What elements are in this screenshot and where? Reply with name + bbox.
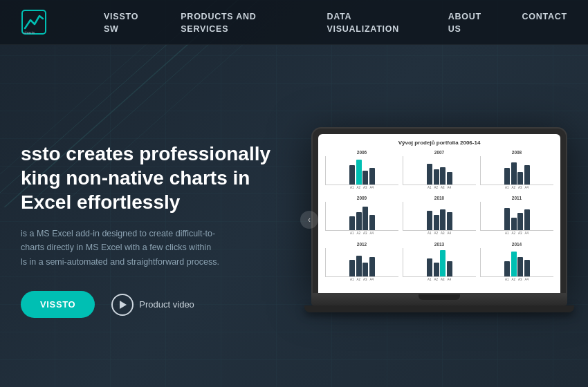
nav-item-products[interactable]: PRODUCTS AND SERVICES bbox=[181, 10, 299, 35]
bar bbox=[447, 261, 452, 276]
chart-cell-2012: 2012 A1 A2 A3 bbox=[325, 242, 398, 284]
chart-bars-2013 bbox=[403, 248, 476, 277]
play-triangle bbox=[120, 301, 127, 309]
product-video-button[interactable]: Product video bbox=[111, 294, 194, 316]
bar bbox=[524, 165, 530, 185]
bar bbox=[427, 164, 432, 185]
bar bbox=[504, 261, 510, 276]
chart-cell-2013: 2013 A1 A2 A3 bbox=[403, 242, 476, 284]
headline-line2: king non-native charts in bbox=[21, 167, 250, 189]
laptop-foot bbox=[304, 305, 574, 312]
play-icon bbox=[111, 294, 134, 316]
chart-bars-2008 bbox=[480, 156, 553, 185]
laptop-screen-outer: Vývoj prodejů portfolia 2006-14 2006 bbox=[311, 127, 567, 294]
logo-icon: charts bbox=[21, 9, 47, 35]
chart-bars-2011 bbox=[480, 202, 553, 231]
chart-cell-2007: 2007 A1 A2 A3 bbox=[403, 150, 476, 192]
bar bbox=[362, 263, 368, 276]
chart-bars-2007 bbox=[403, 156, 476, 185]
bar bbox=[427, 258, 432, 276]
svg-text:charts: charts bbox=[24, 30, 35, 35]
nav-item-data-viz[interactable]: DATA VISUALIZATION bbox=[327, 10, 420, 35]
chart-bars-2010 bbox=[403, 202, 476, 231]
bar bbox=[349, 260, 355, 276]
bar bbox=[427, 211, 432, 230]
bar bbox=[524, 209, 530, 230]
hero-left-content: ssto creates professionally king non-nat… bbox=[21, 135, 311, 319]
bar bbox=[362, 171, 368, 185]
bar bbox=[356, 212, 362, 230]
hero-right-content: ‹ Vývoj prodejů portfolia 2006-14 2006 bbox=[311, 66, 567, 387]
laptop-base bbox=[311, 294, 567, 305]
laptop-screen-inner: Vývoj prodejů portfolia 2006-14 2006 bbox=[318, 134, 560, 293]
chart-bars-2012 bbox=[325, 248, 398, 277]
headline-line3: Excel effortlessly bbox=[21, 191, 180, 213]
hero-section: ssto creates professionally king non-nat… bbox=[0, 45, 588, 387]
chart-cell-2011: 2011 A1 A2 A3 bbox=[480, 196, 553, 238]
nav-item-vissto-sw[interactable]: VISSTO SW bbox=[104, 10, 153, 35]
hero-actions: VISSTO Product video bbox=[21, 291, 297, 318]
bar bbox=[524, 260, 530, 276]
headline-line1: ssto creates professionally bbox=[21, 143, 270, 164]
bar bbox=[447, 172, 452, 185]
product-video-label: Product video bbox=[139, 299, 194, 310]
bar bbox=[362, 207, 368, 230]
chart-cell-2006: 2006 A1 A2 A3 bbox=[325, 150, 398, 192]
nav-item-contact[interactable]: CONTACT bbox=[522, 10, 567, 35]
bar bbox=[504, 208, 510, 230]
bar bbox=[504, 168, 510, 185]
bar bbox=[356, 256, 362, 276]
nav-links: VISSTO SW PRODUCTS AND SERVICES DATA VIS… bbox=[104, 10, 567, 35]
chart-bars-2009 bbox=[325, 202, 398, 231]
navbar: charts VISSTO SW PRODUCTS AND SERVICES D… bbox=[0, 0, 588, 45]
bar bbox=[517, 172, 523, 185]
bar bbox=[447, 212, 452, 230]
laptop-mockup: ‹ Vývoj prodejů portfolia 2006-14 2006 bbox=[311, 127, 567, 312]
chart-bars-2014 bbox=[480, 248, 553, 277]
chart-cell-2009: 2009 A1 A2 A3 bbox=[325, 196, 398, 238]
chart-bars-2006 bbox=[325, 156, 398, 185]
bar bbox=[349, 165, 355, 185]
bar bbox=[511, 218, 517, 230]
chart-cell-2008: 2008 A1 A2 A3 bbox=[480, 150, 553, 192]
bar bbox=[440, 209, 445, 230]
bar bbox=[440, 250, 445, 276]
bar bbox=[517, 257, 523, 276]
chart-title: Vývoj prodejů portfolia 2006-14 bbox=[325, 140, 553, 146]
logo[interactable]: charts bbox=[21, 9, 76, 35]
hero-headline: ssto creates professionally king non-nat… bbox=[21, 142, 297, 214]
cta-button[interactable]: VISSTO bbox=[21, 291, 95, 318]
bar bbox=[369, 257, 375, 276]
bar bbox=[434, 169, 439, 185]
bar bbox=[349, 216, 355, 230]
chart-grid: 2006 A1 A2 A3 bbox=[325, 150, 553, 284]
bar bbox=[356, 160, 362, 185]
nav-item-about[interactable]: ABOUT US bbox=[448, 10, 495, 35]
bar bbox=[517, 213, 523, 230]
hero-subtext: is a MS Excel add-in designed to create … bbox=[21, 227, 249, 270]
bar bbox=[434, 215, 439, 230]
bar bbox=[511, 252, 517, 276]
carousel-prev-button[interactable]: ‹ bbox=[300, 211, 318, 229]
chart-cell-2010: 2010 A1 A2 A3 bbox=[403, 196, 476, 238]
bar bbox=[369, 215, 375, 230]
bar bbox=[369, 168, 375, 185]
bar bbox=[434, 263, 439, 276]
chart-container: Vývoj prodejů portfolia 2006-14 2006 bbox=[318, 134, 560, 293]
bar bbox=[511, 162, 517, 185]
bar bbox=[440, 167, 445, 185]
chart-cell-2014: 2014 A1 A2 A3 bbox=[480, 242, 553, 284]
